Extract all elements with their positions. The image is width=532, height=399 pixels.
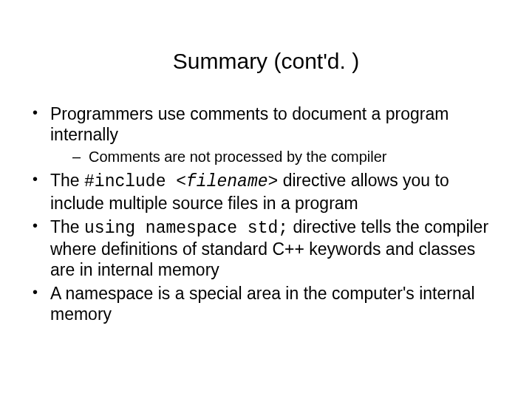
sub-bullet-list: Comments are not processed by the compil… — [50, 148, 504, 166]
bullet-item: A namespace is a special area in the com… — [28, 283, 504, 324]
code-include: #include — [84, 172, 176, 191]
code-using-namespace: using namespace std; — [84, 219, 288, 238]
bullet-item: Programmers use comments to document a p… — [28, 103, 504, 166]
bullet-text: Programmers use comments to document a p… — [50, 104, 449, 144]
bullet-item: The using namespace std; directive tells… — [28, 216, 504, 280]
sub-bullet-item: Comments are not processed by the compil… — [50, 148, 504, 166]
bullet-text-pre: The — [50, 217, 84, 236]
bullet-text-pre: The — [50, 171, 84, 190]
bullet-list: Programmers use comments to document a p… — [28, 103, 504, 324]
slide-title: Summary (cont'd. ) — [0, 49, 532, 74]
bullet-item: The #include <filename> directive allows… — [28, 170, 504, 213]
slide-body: Programmers use comments to document a p… — [28, 103, 504, 324]
slide: Summary (cont'd. ) Programmers use comme… — [0, 49, 532, 399]
sub-bullet-text: Comments are not processed by the compil… — [89, 149, 387, 165]
code-filename-arg: <filename> — [176, 172, 278, 191]
bullet-text: A namespace is a special area in the com… — [50, 284, 475, 324]
